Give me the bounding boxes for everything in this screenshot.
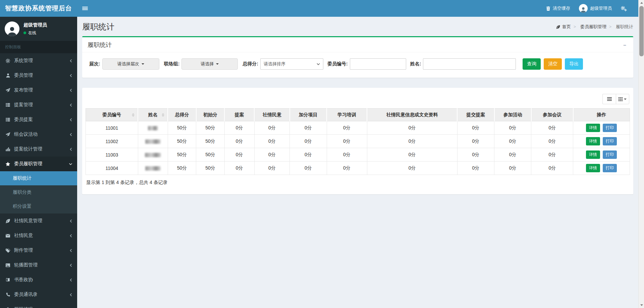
score-cell: 0分 [531, 121, 573, 135]
breadcrumb-home[interactable]: 首页 [556, 24, 571, 30]
score-cell: 0分 [457, 148, 494, 162]
detail-button[interactable]: 详情 [586, 124, 600, 132]
table-row: 1100250分50分0分0分0分0分0分0分0分0分详情打印 [86, 135, 630, 148]
score-cell: 0分 [494, 121, 531, 135]
sidebar-item-public-opinion-management[interactable]: 社情民意管理 [0, 213, 77, 228]
sidebar-item-member-duty-management[interactable]: 委员履职管理 [0, 157, 77, 171]
chevron-left-icon [69, 263, 72, 267]
chevron-left-icon [69, 293, 72, 297]
score-cell: 0分 [531, 162, 573, 175]
score-cell: 0分 [290, 148, 327, 162]
sidebar-submenu-duty: 履职统计 履职分类 积分设置 [0, 171, 77, 213]
list-icon [5, 117, 11, 122]
trash-icon [546, 6, 550, 11]
period-dropdown[interactable]: 请选择届次 [102, 58, 159, 70]
sidebar-item-duty-status[interactable]: 履职情况 [0, 302, 77, 308]
name-label: 姓名: [410, 61, 421, 67]
breadcrumb: 首页 委员履职管理 履职统计 [556, 24, 633, 30]
leaf-icon [5, 219, 11, 224]
score-cell: 0分 [224, 121, 254, 135]
sidebar-item-group-meeting-activity[interactable]: 组会议活动 [0, 127, 77, 142]
clear-button[interactable]: 清空 [544, 58, 562, 70]
score-cell: 50分 [196, 162, 224, 175]
table-row: 1100150分50分0分0分0分0分0分0分0分0分详情打印 [86, 121, 630, 135]
redacted-name [145, 166, 161, 171]
sidebar-toggle-button[interactable] [77, 0, 93, 17]
sidebar-item-proposal-management[interactable]: 提案管理 [0, 98, 77, 112]
column-header-proposal: 提案 [224, 109, 254, 121]
print-button[interactable]: 打印 [603, 124, 617, 132]
detail-button[interactable]: 详情 [586, 150, 600, 159]
member-no-input[interactable] [350, 58, 406, 70]
column-header-initial-score: 初始分 [196, 109, 224, 121]
score-cell: 0分 [327, 148, 367, 162]
scrollbar-thumb[interactable] [639, 6, 644, 56]
column-header-name[interactable]: 姓名 [138, 109, 168, 121]
user-menu[interactable]: 超级管理员 [579, 4, 612, 13]
list-view-button[interactable] [602, 94, 616, 104]
print-button[interactable]: 打印 [603, 150, 617, 159]
print-button[interactable]: 打印 [603, 137, 617, 145]
score-cell: 50分 [168, 148, 196, 162]
sidebar-item-publish-management[interactable]: 发布管理 [0, 83, 77, 98]
sidebar-subitem-duty-category[interactable]: 履职分类 [0, 185, 77, 199]
member-no-cell: 11003 [86, 148, 138, 162]
vertical-scrollbar[interactable] [638, 0, 644, 308]
breadcrumb-duty-management[interactable]: 委员履职管理 [574, 24, 606, 30]
collapse-minus-icon[interactable] [622, 42, 628, 48]
score-cell: 0分 [327, 121, 367, 135]
score-cell: 0分 [327, 162, 367, 175]
tags-icon [5, 248, 11, 253]
member-name-cell [138, 121, 168, 135]
sidebar-subitem-score-settings[interactable]: 积分设置 [0, 199, 77, 213]
detail-button[interactable]: 详情 [586, 164, 600, 172]
list-icon [5, 103, 11, 107]
chevron-down-icon [69, 163, 72, 166]
app-logo[interactable]: 智慧政协系统管理后台 [0, 0, 77, 17]
table-header-row: 委员编号 姓名 总得分 初始分 提案 社情民意 加分项目 学习培训 社情民意信息… [86, 109, 630, 121]
user-avatar-icon [5, 21, 19, 36]
search-button[interactable]: 查询 [523, 58, 541, 70]
settings-cogs-icon[interactable] [621, 6, 627, 11]
leaf-icon [556, 25, 560, 29]
envelope-icon [5, 234, 11, 238]
export-button[interactable]: 导出 [565, 58, 583, 70]
grid-view-button[interactable] [616, 94, 629, 104]
group-dropdown[interactable]: 请选择 [181, 58, 238, 70]
results-card: 委员编号 姓名 总得分 初始分 提案 社情民意 加分项目 学习培训 社情民意信息… [82, 88, 633, 194]
table-body: 1100150分50分0分0分0分0分0分0分0分0分详情打印1100250分5… [86, 121, 630, 175]
print-button[interactable]: 打印 [603, 164, 617, 172]
sort-order-select[interactable]: 请选择排序 [260, 58, 323, 70]
column-header-member-no[interactable]: 委员编号 [86, 109, 138, 121]
clear-cache-button[interactable]: 清空缓存 [546, 5, 570, 11]
score-cell: 0分 [254, 121, 289, 135]
scroll-up-arrow-icon[interactable] [639, 0, 644, 6]
record-summary: 显示第 1 到第 4 条记录，总共 4 条记录 [86, 180, 629, 186]
period-label: 届次: [89, 61, 100, 67]
score-cell: 50分 [196, 121, 224, 135]
caret-down-icon [216, 63, 219, 65]
column-header-total-score: 总得分 [168, 109, 196, 121]
sidebar-item-reading-cppcc[interactable]: 书香政协 [0, 272, 77, 287]
sidebar-item-member-proposal[interactable]: 委员提案 [0, 112, 77, 127]
duty-statistics-panel: 履职统计 届次: 请选择届次 联络组: 请选择 总得分: 请选择排序 委员编号:… [82, 36, 633, 78]
sidebar-item-member-management[interactable]: 委员管理 [0, 68, 77, 83]
sidebar-item-member-contacts[interactable]: 委员通讯录 [0, 287, 77, 302]
scroll-down-arrow-icon[interactable] [639, 302, 644, 308]
sidebar-item-proposal-statistics[interactable]: 提案统计管理 [0, 142, 77, 157]
name-input[interactable] [423, 58, 516, 70]
total-score-label: 总得分: [243, 61, 258, 67]
column-header-activities: 参加活动 [494, 109, 531, 121]
sidebar-subitem-duty-statistics[interactable]: 履职统计 [0, 171, 77, 185]
sidebar-item-system-management[interactable]: 系统管理 [0, 53, 77, 68]
table-row: 1100350分50分0分0分0分0分0分0分0分0分详情打印 [86, 148, 630, 162]
sidebar-item-attachment-management[interactable]: 附件管理 [0, 243, 77, 258]
hamburger-icon [82, 6, 88, 11]
sort-icon[interactable] [162, 113, 164, 117]
redacted-name [148, 126, 158, 130]
detail-button[interactable]: 详情 [586, 137, 600, 145]
gear-icon [5, 58, 11, 63]
sidebar-item-carousel-management[interactable]: 轮播图管理 [0, 258, 77, 272]
sidebar-item-public-opinion[interactable]: 社情民意 [0, 228, 77, 243]
sort-icon[interactable] [132, 113, 135, 117]
